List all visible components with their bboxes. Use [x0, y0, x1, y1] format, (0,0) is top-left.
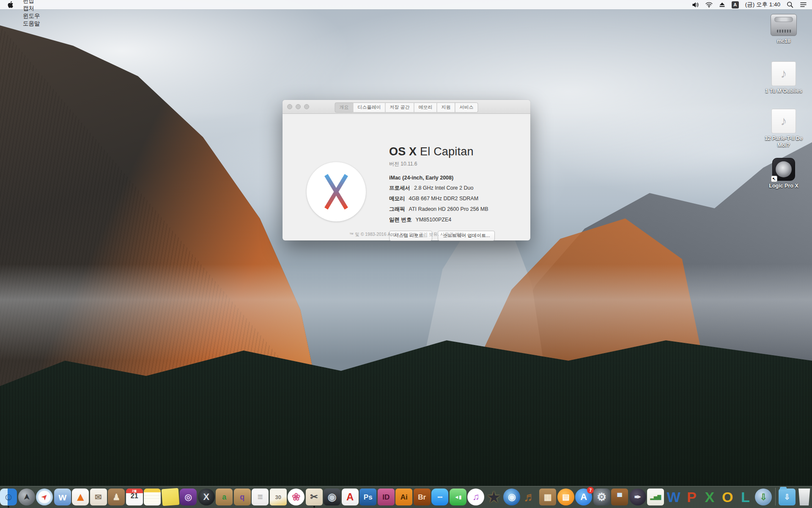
stickies-dock-icon[interactable] [161, 488, 179, 506]
facetime-dock-icon[interactable]: ◄▮ [450, 489, 466, 505]
grab-screen-capture-dock-icon[interactable]: ✂ [306, 489, 323, 505]
menu-item-3[interactable]: 캡처 [19, 5, 52, 12]
globe-downloader-dock-icon[interactable]: ⇩ [755, 489, 772, 505]
spec-label: 일련 번호 [389, 217, 411, 223]
ms-lync-dock-icon[interactable]: L [737, 489, 754, 505]
menu-bar-clock[interactable]: (금) 오후 1:40 [745, 1, 780, 8]
spec-value: YM85100PZE4 [415, 217, 451, 223]
os-version: 버전 10.11.6 [389, 160, 495, 168]
launchpad-dock-icon[interactable]: ➤ [18, 489, 35, 505]
system-info-block: OS X El Capitan 버전 10.11.6 iMac (24-inch… [389, 145, 495, 241]
tab-service[interactable]: 서비스 [455, 102, 478, 113]
audio-file-1[interactable]: ♪1 Tu M'Oublies [758, 61, 809, 95]
ibooks-dock-icon[interactable]: ▤ [557, 489, 574, 505]
pages-09-dock-icon[interactable]: ✒ [629, 489, 646, 505]
safari-dock-icon[interactable]: ➤ [36, 489, 53, 505]
notification-center-icon[interactable] [800, 2, 807, 8]
spec-row-1: 메모리4GB 667 MHz DDR2 SDRAM [389, 195, 495, 202]
xee-dock-icon[interactable]: X [198, 489, 215, 505]
garageband-glyph: ♬ [524, 491, 536, 503]
ms-excel-dock-icon[interactable]: X [701, 489, 718, 505]
spec-label: 그래픽 [389, 206, 405, 212]
trash-dock-icon[interactable] [797, 489, 812, 505]
toast-titanium-dock-icon[interactable]: ◎ [180, 489, 197, 505]
license-agreement-link[interactable]: 사용권 계약 [440, 232, 464, 237]
ms-outlook-dock-icon[interactable]: O [719, 489, 736, 505]
dock: ☺➤➤w▲✉♟2월21◎Xaq≡30❀✂◉APsIDAiBr•••◄▮♫★◉♬▦… [0, 486, 812, 508]
numbers-09-glyph: ▂▅▇ [650, 495, 661, 500]
reminders-glyph: ≡ [258, 492, 263, 502]
downloads-folder-dock-icon[interactable]: ⇩ [779, 489, 796, 505]
photoshop-glyph: Ps [364, 494, 373, 501]
illustrator-dock-icon[interactable]: Ai [395, 489, 412, 505]
input-source-badge[interactable]: A [732, 1, 739, 8]
finder-glyph: ☺ [3, 492, 14, 502]
disk-mc18[interactable]: mc18 [758, 14, 809, 45]
wifi-icon[interactable] [705, 2, 713, 8]
spec-row-2: 그래픽ATI Radeon HD 2600 Pro 256 MB [389, 206, 495, 213]
alias-arrow-badge: ↖ [771, 176, 777, 182]
keynote-dock-icon[interactable]: ▀ [611, 489, 628, 505]
vlc-glyph: ▲ [74, 491, 86, 503]
corkboard-app-dock-icon[interactable]: ▦ [539, 489, 556, 505]
eject-icon[interactable] [719, 2, 725, 8]
grab-screen-capture-glyph: ✂ [310, 492, 318, 502]
menu-item-2[interactable]: 편집 [19, 0, 52, 5]
menu-item-4[interactable]: 윈도우 [19, 12, 52, 20]
tab-storage[interactable]: 저장 공간 [385, 102, 414, 113]
safari-glyph: ➤ [40, 493, 49, 502]
audio-file-icon: ♪ [771, 109, 796, 133]
acrobat-reader-glyph: A [346, 492, 354, 502]
close-button[interactable] [287, 104, 292, 109]
tab-displays[interactable]: 디스플레이 [353, 102, 385, 113]
contacts-dock-icon[interactable]: ♟ [108, 489, 125, 505]
tab-memory[interactable]: 메모리 [414, 102, 437, 113]
photos-dock-icon[interactable]: ❀ [288, 489, 304, 505]
finder-dock-icon[interactable]: ☺ [0, 489, 17, 505]
acrobat-reader-dock-icon[interactable]: A [342, 489, 359, 505]
app-store-dock-icon[interactable]: A7 [575, 489, 592, 505]
itunes-glyph: ♫ [472, 492, 480, 502]
vlc-dock-icon[interactable]: ▲ [72, 489, 89, 505]
garageband-dock-icon[interactable]: ♬ [521, 489, 538, 505]
messages-dock-icon[interactable]: ••• [431, 489, 448, 505]
window-titlebar[interactable]: 개요디스플레이저장 공간메모리지원서비스 [283, 100, 530, 114]
ms-powerpoint-dock-icon[interactable]: P [683, 489, 700, 505]
globe-downloader-glyph: ⇩ [760, 493, 767, 501]
w-globe-app-dock-icon[interactable]: w [54, 489, 71, 505]
audio-file-2[interactable]: ♪12 Parle-T-Il De Moi? [758, 109, 809, 149]
stuffit-dropstuff-glyph: q [240, 493, 244, 501]
minimize-button[interactable] [296, 104, 301, 109]
bridge-dock-icon[interactable]: Br [414, 489, 431, 505]
stuffit-expander-glyph: a [222, 493, 226, 501]
menu-item-5[interactable]: 도움말 [19, 20, 52, 28]
itunes-dock-icon[interactable]: ♫ [467, 489, 484, 505]
calendar-dock-icon[interactable]: 2월21 [126, 489, 143, 505]
desktop-icon-label: Logic Pro X [769, 183, 798, 190]
tab-overview[interactable]: 개요 [335, 102, 353, 113]
dvd-player-dock-icon[interactable]: ◉ [324, 489, 340, 505]
system-preferences-dock-icon[interactable]: ⚙ [593, 489, 610, 505]
organizer-30-dock-icon[interactable]: 30 [270, 489, 287, 505]
idvd-dock-icon[interactable]: ◉ [503, 489, 520, 505]
imovie-dock-icon[interactable]: ★ [486, 489, 502, 505]
apple-menu[interactable] [0, 0, 19, 9]
ms-word-dock-icon[interactable]: W [665, 489, 682, 505]
numbers-09-dock-icon[interactable]: ▂▅▇ [647, 489, 664, 505]
notes-dock-icon[interactable] [144, 489, 161, 505]
indesign-dock-icon[interactable]: ID [378, 489, 395, 505]
tab-support[interactable]: 지원 [437, 102, 455, 113]
zoom-button[interactable] [304, 104, 309, 109]
about-this-mac-window[interactable]: 개요디스플레이저장 공간메모리지원서비스 OS X El Capitan 버전 … [283, 100, 530, 240]
photoshop-dock-icon[interactable]: Ps [359, 489, 376, 505]
stuffit-expander-dock-icon[interactable]: a [216, 489, 233, 505]
mail-dock-icon[interactable]: ✉ [90, 489, 107, 505]
volume-icon[interactable] [692, 2, 699, 8]
menu-bar-left: 화면 캡처파일편집캡처윈도우도움말 [0, 0, 52, 9]
logic-pro-x-alias[interactable]: ↖Logic Pro X [758, 158, 809, 190]
spotlight-search-icon[interactable] [787, 1, 793, 8]
stuffit-dropstuff-dock-icon[interactable]: q [234, 489, 251, 505]
reminders-dock-icon[interactable]: ≡ [252, 489, 269, 505]
facetime-glyph: ◄▮ [454, 495, 461, 500]
desktop-icon-label: 1 Tu M'Oublies [765, 88, 802, 95]
